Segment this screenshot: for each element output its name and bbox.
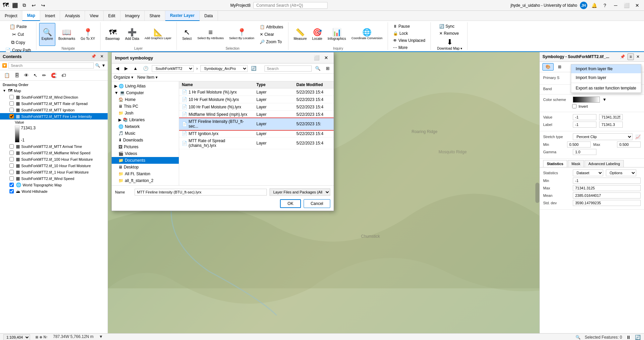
tab-share[interactable]: Share — [145, 11, 165, 21]
menu-import-from-layer[interactable]: Import from layer — [571, 73, 641, 82]
tree-item-map[interactable]: ▼ 🗺 Map — [0, 87, 108, 94]
stretch-chart-button[interactable]: 📈 — [635, 134, 641, 139]
map-area[interactable]: Roaring Ridge Mosquito Ridge Chumstick M… — [108, 52, 539, 333]
checkbox-fire-line[interactable] — [9, 114, 14, 119]
tree-documents[interactable]: 📁Documents — [112, 157, 179, 164]
bookmarks-button[interactable]: 📖 Bookmarks — [56, 23, 78, 46]
tree-item-fire-line[interactable]: ▦ SouthForkMTT2.tif_MTT Fire Line Intens… — [0, 113, 108, 120]
locate-button[interactable]: 🎯 Locate — [310, 23, 325, 46]
sym-max-input[interactable] — [617, 141, 641, 148]
measure-button[interactable]: 📏 Measure — [291, 23, 309, 46]
tree-this-pc[interactable]: 🖥This PC — [112, 103, 179, 110]
tree-item-arrival[interactable]: ▦ SouthForkMTT2.tif_MTT Arrival Time — [0, 143, 108, 150]
gamma-input[interactable] — [573, 149, 596, 155]
checkbox-arrival[interactable] — [9, 144, 14, 149]
sync-button[interactable]: 🔄Sync — [437, 23, 457, 30]
tab-view[interactable]: View — [85, 11, 104, 21]
tree-downloads[interactable]: ⬇Downloads — [112, 137, 179, 143]
select-button[interactable]: ↖ Select — [179, 23, 194, 46]
tree-network[interactable]: 🌐Network — [112, 123, 179, 130]
tree-item-wind-direction[interactable]: ▦ SouthForkMTT2.tif_Wind Direction — [0, 94, 108, 100]
file-row-mtt-fireline[interactable]: 📄MTT Fireline Intensity (BTU_ft-sec... L… — [179, 118, 334, 130]
command-search[interactable] — [253, 2, 328, 9]
download-map-button[interactable]: ⬇ Download Map ▾ — [435, 37, 465, 52]
paste-button[interactable]: 📋Paste — [7, 23, 29, 30]
tab-project[interactable]: Project — [0, 11, 22, 21]
file-row-100hr-fuel[interactable]: 📄100 Hr Fuel Moisture (%).lyrx Layer 5/2… — [179, 103, 334, 111]
list-by-labeling-btn[interactable]: 🏷 — [59, 72, 68, 79]
search-button[interactable]: 🔍 — [95, 63, 100, 68]
value-max-input[interactable] — [599, 114, 623, 120]
statistics-dropdown[interactable]: Dataset — [573, 169, 603, 176]
tree-item-midflame[interactable]: ▦ SouthForkMTT2.tif_Midflame Wind Speed — [0, 150, 108, 156]
undo-button[interactable]: ↩ — [30, 1, 38, 9]
minimize-button[interactable]: ⬛ — [11, 1, 19, 9]
stat-mean-input[interactable] — [573, 192, 641, 199]
color-swatch[interactable] — [573, 97, 600, 103]
tree-item-rate-spread[interactable]: ▦ SouthForkMTT2.tif_MTT Rate of Spread — [0, 100, 108, 107]
close-panel-button[interactable]: ✕ — [99, 53, 105, 59]
value-min-input[interactable] — [573, 114, 596, 120]
add-data-button[interactable]: ➕ Add Data — [123, 23, 142, 46]
file-type-dropdown[interactable]: Layer Files and Packages (All Types — [270, 188, 330, 196]
tab-analysis[interactable]: Analysis — [60, 11, 85, 21]
infographics-button[interactable]: 📊 Infographics — [325, 23, 348, 46]
search-options-button[interactable]: ▼ — [102, 63, 106, 68]
unit-btn-2[interactable]: ⊕ — [39, 334, 42, 340]
pin-panel-button[interactable]: 📌 — [90, 53, 97, 59]
file-name-input[interactable] — [135, 189, 267, 195]
minimize-win-button[interactable]: ─ — [612, 1, 620, 9]
coord-expand-button[interactable]: ▼ — [99, 334, 103, 340]
tree-item-100hr[interactable]: ▦ SouthForkMTT2.tif_100 Hour Fuel Moistu… — [0, 156, 108, 162]
tree-computer[interactable]: ▼💻Computer — [112, 89, 179, 96]
help-button[interactable]: ? — [601, 1, 609, 9]
explore-button[interactable]: 🔍 Explore — [39, 23, 55, 46]
copy-button[interactable]: ⧉Copy — [9, 38, 28, 46]
tree-josh[interactable]: 📁Josh — [112, 110, 179, 116]
checkbox-hillshade[interactable] — [9, 189, 14, 193]
stat-min-input[interactable] — [573, 178, 641, 184]
tree-videos[interactable]: 🎬Videos — [112, 150, 179, 157]
stat-max-input[interactable] — [573, 185, 641, 191]
nav-up-button[interactable]: ▲ — [131, 65, 140, 72]
remove-button[interactable]: ✕Remove — [437, 30, 461, 37]
tree-home[interactable]: 🏠Home — [112, 96, 179, 103]
list-by-source-btn[interactable]: 🗄 — [12, 72, 21, 79]
zoom-to-button[interactable]: 🔎Zoom To — [257, 38, 286, 45]
tree-all-ft-stanton[interactable]: 📁All Ft. Stanton — [112, 171, 179, 177]
subfolder-dropdown[interactable]: Symbology_ArcPro — [200, 65, 248, 72]
dialog-close-button[interactable]: ✕ — [322, 54, 330, 61]
dialog-search-button[interactable]: 🔍 — [313, 65, 323, 72]
sym-min-input[interactable] — [567, 141, 591, 148]
checkbox-100hr[interactable] — [9, 157, 14, 161]
contents-search[interactable] — [8, 62, 94, 69]
sym-options-button[interactable]: ≡ — [627, 53, 634, 60]
tree-item-10hr[interactable]: ▦ SouthForkMTT2.tif_10 Hour Fuel Moistur… — [0, 162, 108, 169]
tree-item-hillshade[interactable]: ⛰ World Hillshade — [0, 188, 108, 194]
tab-imagery[interactable]: Imagery — [120, 11, 145, 21]
basemap-button[interactable]: 🗺 Basemap — [103, 23, 122, 46]
checkbox-midflame[interactable] — [9, 151, 14, 155]
dialog-search-input[interactable] — [264, 66, 312, 72]
checkbox-wind-direction[interactable] — [9, 95, 14, 99]
maximize-win-button[interactable]: ⬜ — [622, 1, 631, 9]
dialog-maximize-button[interactable]: ⬜ — [312, 54, 321, 61]
invert-checkbox[interactable] — [572, 104, 577, 108]
checkbox-10hr[interactable] — [9, 163, 14, 168]
tab-insert[interactable]: Insert — [40, 11, 60, 21]
tab-map[interactable]: Map — [22, 11, 40, 21]
stretch-type-dropdown[interactable]: Percent Clip — [573, 133, 633, 140]
list-by-visibility-btn[interactable]: 👁 — [22, 72, 31, 79]
refresh-button-status[interactable]: 🔄 — [635, 335, 641, 340]
checkbox-1hr[interactable] — [9, 170, 14, 174]
nav-recent-button[interactable]: 🕐 — [141, 65, 150, 72]
lock-button[interactable]: 🔒Lock — [391, 30, 410, 37]
file-row-10hr-fuel[interactable]: 📄10 Hr Fuel Moisture (%).lyrx Layer 5/22… — [179, 96, 334, 103]
tree-item-wind-speed[interactable]: ▦ SouthForkMTT2.tif_Wind Speed — [0, 175, 108, 182]
tab-statistics[interactable]: Statistics — [543, 160, 567, 167]
tab-advanced-labeling[interactable]: Advanced Labeling — [585, 160, 624, 167]
sym-mask-button[interactable]: ⊞ — [555, 63, 564, 71]
north-arrow-button[interactable]: N↑ — [44, 334, 48, 340]
tree-item-1hr[interactable]: ▦ SouthForkMTT2.tif_1 Hour Fuel Moisture — [0, 169, 108, 175]
attributes-button[interactable]: 📋Attributes — [257, 24, 286, 30]
